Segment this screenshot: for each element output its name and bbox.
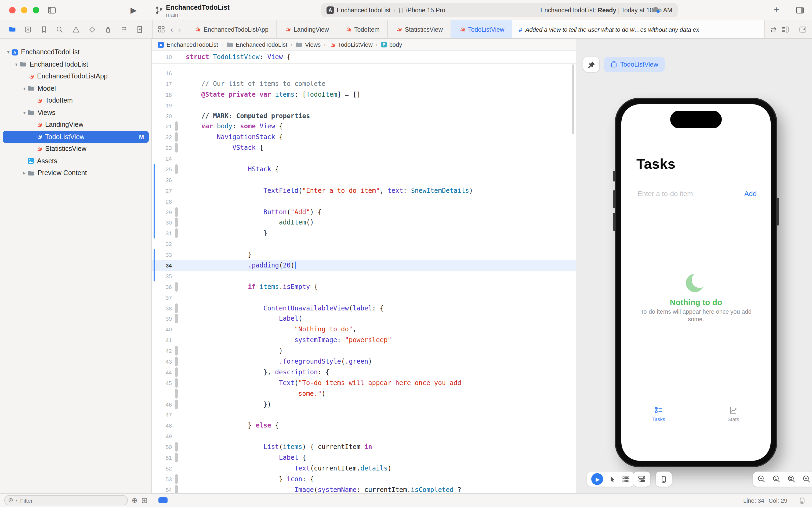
zoom-window-button[interactable] bbox=[33, 7, 39, 13]
code-line-50[interactable]: 50List(items) { currentItem in bbox=[152, 442, 576, 452]
line-number[interactable]: 21 bbox=[152, 123, 175, 130]
line-number[interactable]: 27 bbox=[152, 187, 175, 193]
live-preview-play-button[interactable]: ▶ bbox=[591, 473, 603, 485]
code-line-54[interactable]: 54Image(systemName: currentItem.isComple… bbox=[152, 484, 576, 493]
code-line-34[interactable]: 34.padding(20) bbox=[152, 260, 576, 271]
code-line-36[interactable]: 36if items.isEmpty { bbox=[152, 281, 576, 292]
report-icon[interactable] bbox=[136, 25, 143, 33]
line-number[interactable]: 37 bbox=[152, 294, 175, 300]
code-line-32[interactable]: 32 bbox=[152, 239, 576, 249]
code-line-44[interactable]: 44}, description: { bbox=[152, 367, 576, 378]
code-line-47[interactable]: 47 bbox=[152, 409, 576, 420]
code-line-45[interactable]: 45Text("To-do items will appear here onc… bbox=[152, 378, 576, 388]
code-line-27[interactable]: 27TextField("Enter a to-do item", text: … bbox=[152, 185, 576, 196]
sidebar-item-statisticsview[interactable]: StatisticsView bbox=[0, 143, 152, 155]
changes-icon[interactable] bbox=[24, 25, 32, 33]
code-line-18[interactable]: 18@State private var items: [TodoItem] =… bbox=[152, 89, 576, 100]
sidebar-item-model[interactable]: ▾Model bbox=[0, 82, 152, 95]
line-number[interactable]: 47 bbox=[152, 412, 175, 418]
line-number[interactable]: 24 bbox=[152, 155, 175, 162]
code-line-53[interactable]: 53} icon: { bbox=[152, 474, 576, 485]
line-number[interactable]: 49 bbox=[152, 433, 175, 439]
code-line-35[interactable]: 35 bbox=[152, 271, 576, 281]
scheme-status-pill[interactable]: A EnchancedTodoList › iPhone 15 Pro Ench… bbox=[321, 3, 678, 17]
breadcrumb-item-views[interactable]: Views bbox=[295, 41, 321, 48]
breadcrumb-item-enchancedtodolist[interactable]: EnchancedTodoList bbox=[226, 41, 287, 48]
sidebar-item-todoitem[interactable]: TodoItem bbox=[0, 95, 152, 107]
sidebar-item-enchancedtodolist[interactable]: ▾EnchancedTodoList bbox=[0, 58, 152, 70]
line-number[interactable]: 51 bbox=[152, 454, 175, 461]
line-number[interactable]: 17 bbox=[152, 80, 175, 87]
pin-preview-button[interactable] bbox=[583, 57, 599, 72]
code-line-16[interactable]: 16 bbox=[152, 68, 576, 78]
preview-target-chip[interactable]: TodoListView bbox=[603, 57, 664, 72]
back-icon[interactable]: ‹ bbox=[170, 25, 173, 34]
scheme-device-name[interactable]: iPhone 15 Pro bbox=[406, 7, 445, 13]
code-line-30[interactable]: 30addItem() bbox=[152, 217, 576, 228]
source-change-bar[interactable] bbox=[154, 249, 155, 281]
test-diamond-icon[interactable] bbox=[89, 25, 96, 33]
todo-input[interactable] bbox=[636, 189, 744, 198]
code-line-37[interactable]: 37 bbox=[152, 292, 576, 303]
filter-field[interactable]: ▾ bbox=[4, 495, 128, 505]
line-number[interactable]: 34 bbox=[152, 262, 175, 269]
line-number[interactable]: 19 bbox=[152, 102, 175, 108]
disclosure-chevron[interactable]: ▾ bbox=[5, 50, 11, 55]
line-number[interactable]: 42 bbox=[152, 347, 175, 354]
line-number[interactable]: 38 bbox=[152, 305, 175, 311]
phone-tab-tasks[interactable]: Tasks bbox=[621, 406, 696, 422]
sidebar-item-assets[interactable]: Assets bbox=[0, 155, 152, 167]
disclosure-chevron[interactable]: ▾ bbox=[13, 62, 19, 67]
sidebar-item-landingview[interactable]: LandingView bbox=[0, 119, 152, 131]
phone-tab-stats[interactable]: Stats bbox=[696, 406, 771, 422]
add-item-icon[interactable]: ⊕ bbox=[131, 496, 137, 504]
new-group-icon[interactable] bbox=[141, 497, 148, 504]
code-line-wrap[interactable]: some.") bbox=[152, 388, 576, 399]
line-number[interactable]: 18 bbox=[152, 91, 175, 98]
line-number[interactable]: 20 bbox=[152, 113, 175, 119]
line-number[interactable]: 40 bbox=[152, 326, 175, 333]
line-number[interactable]: 16 bbox=[152, 70, 175, 76]
line-number[interactable]: 32 bbox=[152, 241, 175, 247]
scheme-app-name[interactable]: EnchancedTodoList bbox=[337, 7, 391, 13]
editor-scrollbar[interactable] bbox=[572, 64, 574, 134]
line-number[interactable]: 39 bbox=[152, 316, 175, 322]
code-line-46[interactable]: 46}) bbox=[152, 399, 576, 409]
code-line-48[interactable]: 48} else { bbox=[152, 420, 576, 431]
code-line-49[interactable]: 49 bbox=[152, 431, 576, 442]
code-line-10[interactable]: 10struct TodoListView: View { bbox=[152, 51, 576, 63]
code-line-41[interactable]: 41systemImage: "powersleep" bbox=[152, 335, 576, 346]
code-line-20[interactable]: 20// MARK: Computed properties bbox=[152, 110, 576, 121]
line-number[interactable]: 52 bbox=[152, 465, 175, 471]
code-line-17[interactable]: 17// Our list of items to complete bbox=[152, 78, 576, 89]
device-settings-button[interactable] bbox=[656, 471, 672, 487]
line-number[interactable]: 23 bbox=[152, 145, 175, 151]
line-number[interactable]: 35 bbox=[152, 273, 175, 279]
sidebar-item-preview-content[interactable]: ▸Preview Content bbox=[0, 167, 152, 179]
variants-button[interactable] bbox=[633, 471, 650, 487]
code-line-38[interactable]: 38ContentUnavailableView(label: { bbox=[152, 303, 576, 314]
search-icon[interactable] bbox=[56, 25, 64, 33]
bookmark-icon[interactable] bbox=[40, 25, 48, 33]
code-review-icon[interactable]: ⇄ bbox=[770, 25, 776, 34]
run-button[interactable]: ▶ bbox=[130, 6, 137, 14]
line-number[interactable]: 46 bbox=[152, 401, 175, 407]
related-items-icon[interactable] bbox=[158, 26, 165, 33]
source-change-bar[interactable] bbox=[154, 164, 155, 239]
editor-mode-icon[interactable] bbox=[159, 497, 168, 503]
line-number[interactable]: 31 bbox=[152, 230, 175, 237]
tab-enchancedtodolistapp[interactable]: EnchancedTodoListApp bbox=[186, 20, 277, 38]
code-line-28[interactable]: 28 bbox=[152, 196, 576, 207]
code-line-42[interactable]: 42) bbox=[152, 345, 576, 356]
code-line-29[interactable]: 29Button("Add") { bbox=[152, 207, 576, 217]
device-grid-icon[interactable] bbox=[622, 475, 630, 483]
breadcrumb-item-body[interactable]: Pbody bbox=[381, 41, 402, 48]
code-editor[interactable]: 1617// Our list of items to complete18@S… bbox=[152, 51, 576, 493]
disclosure-chevron[interactable]: ▾ bbox=[21, 86, 27, 91]
sidebar-item-enchancedtodolist[interactable]: ▾AEnchancedTodoList bbox=[0, 46, 152, 58]
zoom-in-button[interactable] bbox=[802, 475, 811, 484]
editor-device-icon[interactable] bbox=[799, 497, 806, 504]
disclosure-chevron[interactable]: ▸ bbox=[21, 171, 27, 176]
forward-icon[interactable]: › bbox=[178, 25, 181, 34]
line-number[interactable]: 43 bbox=[152, 358, 175, 365]
